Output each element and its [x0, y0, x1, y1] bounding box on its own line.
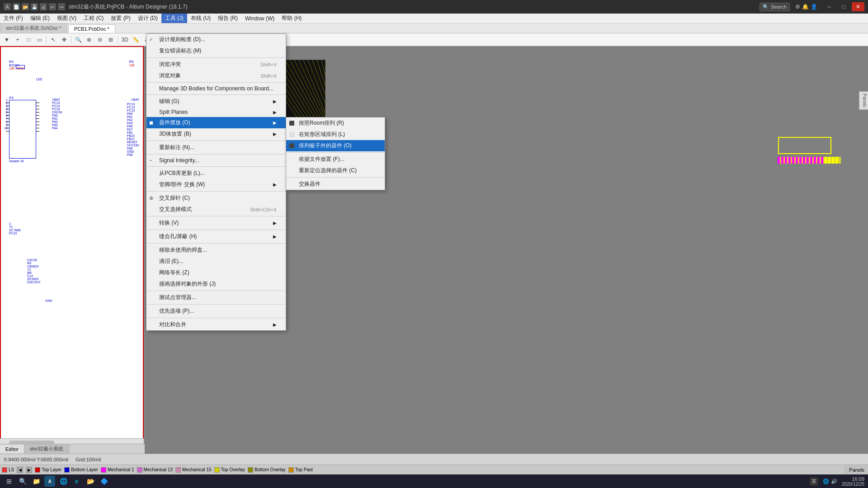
- submenu-arrange-outside[interactable]: ⬛ 排列板子外的器件 (O): [286, 140, 385, 151]
- language-indicator[interactable]: 英: [810, 477, 818, 486]
- toolbar: ▼ + □ ▭ ↖ ✥ 🔍 ⊕ ⊖ ⊞ 3D 📏 ✓ ★ A ╱: [0, 33, 868, 46]
- menu-tools[interactable]: 工具 (J): [161, 14, 187, 23]
- sch-leftlabels-area: 1 2 3 4 5 6 7 8 9 10: [2, 98, 8, 130]
- menu-remove-unused-pads[interactable]: 移除未使用的焊盘...: [146, 244, 286, 256]
- settings-icon[interactable]: ⚙: [795, 4, 800, 10]
- submenu-arrange-rect[interactable]: ⬜ 在矩形区域排列 (L): [286, 129, 385, 140]
- layer-mech15[interactable]: Mechanical 15: [175, 467, 211, 473]
- save-icon[interactable]: 💾: [31, 3, 38, 10]
- submenu-arrange-room[interactable]: ⬛ 按照Room排列 (R): [286, 117, 385, 129]
- layer-top[interactable]: Top Layer: [35, 467, 61, 473]
- submenu-place-from-file[interactable]: 依据文件放置 (F)...: [286, 154, 385, 165]
- search-button[interactable]: 🔍: [17, 476, 28, 487]
- toolbar-zoomout[interactable]: ⊖: [95, 35, 105, 45]
- explorer-button[interactable]: 📁: [31, 476, 42, 487]
- sch-pin8-num: 8: [2, 120, 8, 123]
- menu-project[interactable]: 工程 (C): [80, 14, 107, 23]
- toolbar-zoom[interactable]: 🔍: [73, 35, 83, 45]
- tab-pcb[interactable]: PCB1.PcbDoc *: [68, 24, 115, 33]
- menu-testpoint-manager[interactable]: 测试点管理器...: [146, 292, 286, 303]
- panels-button[interactable]: Panels: [845, 465, 868, 475]
- layer-bottom-overlay[interactable]: Bottom Overlay: [248, 467, 286, 473]
- app-title: stm32最小系统.PrjPCB - Altium Designer (18.1…: [69, 3, 188, 11]
- menu-convert[interactable]: 转换 (V) ▶: [146, 217, 286, 229]
- menu-signal-integrity[interactable]: ~ Signal Integrity...: [146, 155, 286, 165]
- menu-file[interactable]: 文件 (F): [0, 14, 27, 23]
- toolbar-zoomin[interactable]: ⊕: [84, 35, 94, 45]
- maximize-button[interactable]: □: [837, 2, 850, 11]
- folder-icon[interactable]: 📂: [85, 476, 96, 487]
- menu-3d-body-placement[interactable]: 3D体放置 (B) ▶: [146, 128, 286, 140]
- sch-gnd-label: GND: [45, 299, 52, 302]
- menu-teardrops[interactable]: 滴泪 (E)...: [146, 256, 286, 267]
- editor-tab-stm32[interactable]: stm32最小系统: [24, 444, 69, 454]
- layer-mech13[interactable]: Mechanical 13: [137, 467, 173, 473]
- menu-outline-selected[interactable]: 描画选择对象的外形 (J): [146, 278, 286, 290]
- menu-window[interactable]: Window (W): [241, 14, 278, 23]
- menu-renumber[interactable]: 重新标注 (N)...: [146, 142, 286, 153]
- layer-top-overlay[interactable]: Top Overlay: [214, 467, 245, 473]
- layer-prev-btn[interactable]: ◀: [17, 467, 23, 473]
- toolbar-move[interactable]: ✥: [59, 35, 69, 45]
- toolbar-add[interactable]: +: [13, 35, 23, 45]
- menu-cross-select-mode[interactable]: 交叉选择模式 Shift+Ctrl+X: [146, 204, 286, 215]
- browser-icon[interactable]: 🌐: [58, 476, 69, 487]
- menu-net-length[interactable]: 网络等长 (Z): [146, 267, 286, 278]
- editor-tab-editor[interactable]: Editor: [0, 445, 24, 453]
- menu-design[interactable]: 设计 (D): [134, 14, 161, 23]
- tab-schematic[interactable]: stm32最小系统.SchDoc *: [0, 23, 67, 33]
- menu-component-placement[interactable]: ◼ 器件摆放 (O) ▶ ⬛ 按照Room排列 (R) ⬜ 在矩形区域排列 (L…: [146, 117, 286, 128]
- menu-reports[interactable]: 报告 (R): [214, 14, 241, 23]
- start-button[interactable]: ⊞: [4, 476, 14, 487]
- bell-icon[interactable]: 🔔: [802, 4, 809, 10]
- search-box[interactable]: 🔍 Search: [760, 3, 790, 11]
- menu-pin-swap[interactable]: 管脚/部件 交换 (W) ▶: [146, 179, 286, 190]
- menu-place[interactable]: 放置 (P): [107, 14, 134, 23]
- layer-mech1[interactable]: Mechanical 1: [101, 467, 134, 473]
- minimize-button[interactable]: ─: [823, 2, 835, 11]
- toolbar-fit[interactable]: ⊞: [106, 35, 116, 45]
- menu-stitching[interactable]: 缝合孔/屏蔽 (H) ▶: [146, 231, 286, 242]
- menu-design-rule-check[interactable]: ✓ 设计规则检查 (D)...: [146, 34, 286, 45]
- layer-next-btn[interactable]: ▶: [26, 467, 32, 473]
- redo-icon[interactable]: ↪: [58, 3, 65, 10]
- toolbar-cursor[interactable]: ↖: [48, 35, 58, 45]
- menu-browse-violations[interactable]: 浏览冲突 Shift+V: [146, 59, 286, 70]
- edge-icon[interactable]: e: [71, 476, 82, 487]
- menu-help[interactable]: 帮助 (H): [278, 14, 305, 23]
- new-icon[interactable]: 📄: [13, 3, 20, 10]
- sch-pin3-num: 3: [2, 104, 8, 108]
- menu-compare-merge[interactable]: 对比和合并 ▶: [146, 319, 286, 330]
- menu-edit[interactable]: 编辑 (E): [27, 14, 53, 23]
- menu-manage-3d[interactable]: Manage 3D Bodies for Components on Board…: [146, 84, 286, 94]
- menu-pour-copper[interactable]: 辅铜 (G) ▶: [146, 96, 286, 107]
- menu-browse-objects[interactable]: 浏览对象 Shift+X: [146, 70, 286, 81]
- toolbar-3d[interactable]: 3D: [120, 35, 130, 45]
- close-button[interactable]: ✕: [852, 2, 864, 11]
- toolbar-filter[interactable]: ▼: [2, 35, 12, 45]
- submenu-reposition[interactable]: 重新定位选择的器件 (C): [286, 165, 385, 176]
- toolbar-rect[interactable]: □: [24, 35, 33, 45]
- layer-bottom[interactable]: Bottom Layer: [64, 467, 98, 473]
- print-icon[interactable]: 🖨: [40, 3, 47, 10]
- open-icon[interactable]: 📂: [22, 3, 29, 10]
- menu-preferences[interactable]: 优先选项 (P)...: [146, 305, 286, 317]
- room-icon: ⬛: [289, 121, 294, 126]
- altium-icon[interactable]: A: [44, 476, 55, 487]
- misc-icon[interactable]: 🔷: [99, 476, 109, 487]
- submenu-swap-components[interactable]: 交换器件: [286, 178, 385, 190]
- menu-cross-probe[interactable]: ⊕ 交叉探针 (C): [146, 192, 286, 204]
- menu-update-from-pcb-lib[interactable]: 从PCB库更新 (L)...: [146, 168, 286, 179]
- user-icon[interactable]: 👤: [811, 4, 817, 10]
- menu-route[interactable]: 布线 (U): [187, 14, 214, 23]
- layer-mech13-label: Mechanical 13: [144, 467, 173, 472]
- side-panel-tab[interactable]: Panels: [859, 91, 868, 110]
- toolbar-measure[interactable]: 📏: [131, 35, 141, 45]
- menu-split-planes[interactable]: Split Planes ▶: [146, 107, 286, 117]
- undo-icon[interactable]: ↩: [49, 3, 56, 10]
- layer-color-mech15: [175, 467, 181, 473]
- menu-reset-error-flags[interactable]: 复位错误标志 (M): [146, 45, 286, 56]
- layer-top-past[interactable]: Top Past: [288, 467, 313, 473]
- menu-view[interactable]: 视图 (V): [53, 14, 80, 23]
- toolbar-rect2[interactable]: ▭: [34, 35, 44, 45]
